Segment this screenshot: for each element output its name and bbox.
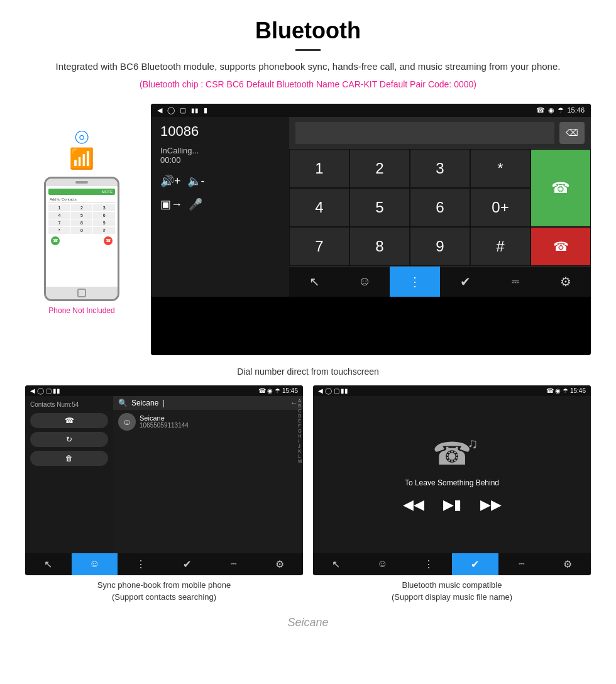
- square-icon: ▢: [180, 106, 186, 114]
- nav-settings[interactable]: ⚙: [541, 266, 591, 297]
- c-signal-icon: ▮▮: [53, 387, 60, 394]
- dial-left-panel: 10086 InCalling... 00:00 🔊+ 🔈- ▣→ 🎤: [151, 117, 289, 297]
- key-star[interactable]: *: [470, 149, 531, 188]
- location-icon: ◉: [548, 106, 554, 114]
- c-nav-contacts[interactable]: ☺: [72, 553, 118, 575]
- m-nav-phone[interactable]: ↖: [313, 553, 360, 575]
- nav-phone-transfer[interactable]: ↖: [289, 266, 339, 297]
- key-7[interactable]: 7: [289, 227, 349, 266]
- phone-home-button: [46, 287, 118, 299]
- phone-numpad: 1 2 3 4 5 6 7 8 9 * 0 #: [48, 204, 115, 234]
- bottom-nav: ↖ ☺ ⋮ ✔ ⎓ ⚙: [289, 266, 591, 297]
- key-3[interactable]: 3: [410, 149, 470, 188]
- key-0: 0: [71, 227, 93, 234]
- phone-transfer-icon[interactable]: ▣→: [160, 197, 182, 211]
- play-pause-icon[interactable]: ▶▮: [443, 497, 461, 513]
- page-header: Bluetooth Integrated with BC6 Bluetooth …: [0, 0, 616, 97]
- phone-frame: MOTE Add to Contacts 1 2 3 4 5 6 7 8 9 *…: [44, 177, 119, 301]
- search-text[interactable]: Seicane: [131, 399, 158, 407]
- vol-down-icon[interactable]: 🔈-: [187, 174, 205, 188]
- c-circle-icon: ◯: [37, 387, 44, 394]
- phone-music-icon: ☎: [432, 436, 471, 472]
- nav-contact[interactable]: ☺: [339, 266, 390, 297]
- m-nav-bluetooth[interactable]: ✔: [452, 553, 498, 575]
- contacts-right-panel: 🔍 Seicane | ← ☺ Seicane 10655059113144: [113, 396, 303, 553]
- sync-action-btn[interactable]: ↻: [30, 432, 108, 447]
- bluetooth-waves-icon: ⦾ 📶: [69, 129, 94, 170]
- status-right: ☎ ◉ ☂ 15:46: [536, 106, 585, 114]
- c-phone-icon: ☎: [258, 387, 266, 394]
- bottom-screens: ◀ ◯ ▢ ▮▮ ☎ ◉ ☂ 15:45 Contacts Num:54 ☎: [0, 379, 616, 610]
- m-phone-icon: ☎: [546, 387, 554, 394]
- key-6[interactable]: 6: [410, 188, 470, 227]
- key-4[interactable]: 4: [289, 188, 349, 227]
- music-nav: ↖ ☺ ⋮ ✔ ⎓ ⚙: [313, 553, 591, 575]
- m-nav-dialpad[interactable]: ⋮: [405, 553, 452, 575]
- m-wifi-icon: ☂: [563, 387, 568, 394]
- key-4: 4: [48, 212, 70, 219]
- car-dialer-screen: ◀ ◯ ▢ ▮▮ ▮ ☎ ◉ ☂ 15:46 10086 InCalling..…: [151, 104, 591, 355]
- c-nav-phone[interactable]: ↖: [25, 553, 72, 575]
- key-2: 2: [71, 204, 93, 211]
- c-nav-dialpad[interactable]: ⋮: [118, 553, 164, 575]
- mic-icon[interactable]: 🎤: [189, 197, 202, 211]
- phone-status-icon: ☎: [536, 106, 545, 114]
- contacts-status-right: ☎ ◉ ☂ 15:45: [258, 387, 298, 394]
- c-nav-bluetooth[interactable]: ✔: [164, 553, 211, 575]
- key-8[interactable]: 8: [349, 227, 410, 266]
- phone-label: Phone Not Included: [48, 306, 114, 315]
- c-nav-phone-out[interactable]: ⎓: [211, 553, 257, 575]
- contact-item: ☺ Seicane 10655059113144: [113, 410, 303, 434]
- m-nav-contacts[interactable]: ☺: [360, 553, 406, 575]
- m-nav-phone-out[interactable]: ⎓: [498, 553, 545, 575]
- call-button[interactable]: ☎: [531, 149, 591, 227]
- circle-icon: ◯: [167, 106, 175, 114]
- chip-info: (Bluetooth chip : CSR BC6 Default Blueto…: [38, 78, 578, 91]
- music-caption: Bluetooth music compatible (Support disp…: [313, 575, 591, 604]
- key-9[interactable]: 9: [410, 227, 470, 266]
- contacts-search-bar: 🔍 Seicane | ←: [113, 396, 303, 410]
- main-caption: Dial number direct from touchscreen: [0, 361, 616, 379]
- sync-icon: ↻: [66, 435, 72, 444]
- next-track-icon[interactable]: ▶▶: [480, 497, 502, 513]
- c-nav-settings[interactable]: ⚙: [256, 553, 303, 575]
- nav-bluetooth[interactable]: ✔: [440, 266, 490, 297]
- key-1[interactable]: 1: [289, 149, 349, 188]
- m-circle-icon: ◯: [325, 387, 332, 394]
- prev-track-icon[interactable]: ◀◀: [403, 497, 424, 513]
- end-call-button[interactable]: ☎: [531, 227, 591, 266]
- vol-up-icon[interactable]: 🔊+: [160, 174, 181, 188]
- music-screen-wrap: ◀ ◯ ▢ ▮▮ ☎ ◉ ☂ 15:46 ☎ ♫ To Leave Someth…: [313, 385, 591, 604]
- key-5[interactable]: 5: [349, 188, 410, 227]
- key-0plus[interactable]: 0+: [470, 188, 531, 227]
- dial-right-panel: ⌫ 1 2 3 * ☎ 4 5 6 0+ 7: [289, 117, 591, 297]
- m-nav-settings[interactable]: ⚙: [544, 553, 591, 575]
- call-timer: 00:00: [160, 155, 280, 165]
- m-location-icon: ◉: [555, 387, 561, 394]
- call-action-icon: ☎: [65, 416, 74, 425]
- music-playback-controls: ◀◀ ▶▮ ▶▶: [403, 497, 502, 513]
- phone-speaker: [75, 181, 88, 184]
- nav-dialpad[interactable]: ⋮: [390, 266, 440, 297]
- contacts-nav: ↖ ☺ ⋮ ✔ ⎓ ⚙: [25, 553, 303, 575]
- key-2[interactable]: 2: [349, 149, 410, 188]
- delete-button[interactable]: ⌫: [559, 122, 585, 144]
- music-art: ☎ ♫: [432, 436, 471, 472]
- contact-avatar: ☺: [118, 413, 136, 431]
- key-hash: #: [93, 227, 115, 234]
- dial-input-row: ⌫: [289, 117, 591, 149]
- key-7: 7: [48, 219, 70, 226]
- call-action-btn[interactable]: ☎: [30, 413, 108, 428]
- delete-action-btn[interactable]: 🗑: [30, 451, 108, 466]
- contacts-status-left: ◀ ◯ ▢ ▮▮: [30, 387, 60, 394]
- key-hash[interactable]: #: [470, 227, 531, 266]
- alphabet-index: A B C D E F G H I J K L M: [297, 396, 303, 466]
- home-button-icon: [77, 289, 86, 297]
- dial-input-field[interactable]: [295, 122, 554, 144]
- nav-phone-out[interactable]: ⎓: [490, 266, 541, 297]
- page-title: Bluetooth: [38, 18, 578, 44]
- call-icon: ☎: [551, 179, 570, 197]
- wifi-icon: ☂: [558, 106, 564, 114]
- trash-icon: 🗑: [65, 454, 73, 463]
- phone-call-buttons: ☎ ☎: [48, 236, 115, 245]
